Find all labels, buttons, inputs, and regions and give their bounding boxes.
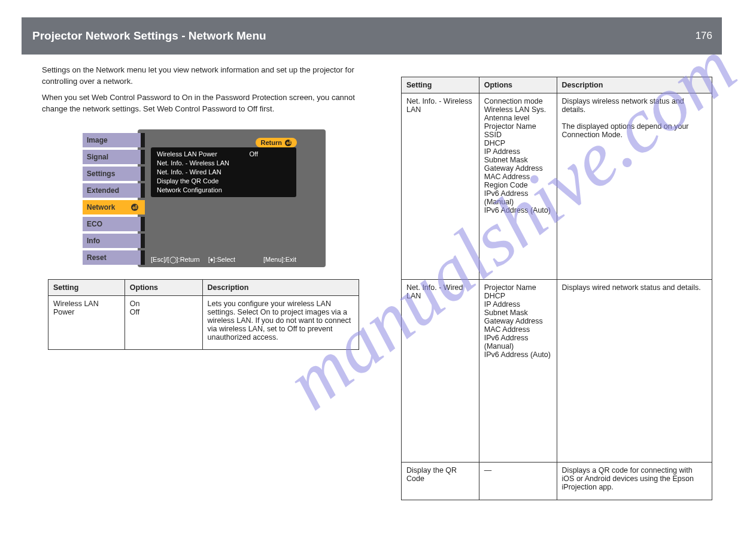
table-row: Display the QR Code — Displays a QR code…	[402, 463, 712, 500]
left-settings-table: Setting Options Description Wireless LAN…	[48, 279, 359, 350]
secondary-paragraph: When you set Web Control Password to On …	[42, 92, 380, 115]
option-netinfo-wired[interactable]: Net. Info. - Wired LAN	[157, 168, 290, 177]
option-network-config[interactable]: Network Configuration	[157, 186, 290, 195]
option-display-qr[interactable]: Display the QR Code	[157, 177, 290, 186]
tab-settings[interactable]: Settings	[83, 167, 145, 181]
cell-description: Lets you configure your wireless LAN set…	[202, 296, 359, 350]
right-column: Setting Options Description Net. Info. -…	[401, 60, 739, 500]
th-setting: Setting	[48, 280, 125, 296]
th-description: Description	[557, 77, 712, 93]
projector-options-list: Wireless LAN Power Off Net. Info. - Wire…	[151, 147, 296, 197]
projector-side-tabs: Image Signal Settings Extended Network ⏎…	[83, 133, 145, 267]
table-header-row: Setting Options Description	[402, 77, 712, 93]
tab-eco[interactable]: ECO	[83, 217, 145, 231]
option-netinfo-wireless[interactable]: Net. Info. - Wireless LAN	[157, 159, 290, 168]
cell-description: Displays a QR code for connecting with i…	[557, 463, 712, 500]
cell-setting: Wireless LAN Power	[48, 296, 125, 350]
right-settings-table: Setting Options Description Net. Info. -…	[401, 77, 712, 500]
th-setting: Setting	[402, 77, 479, 93]
page-title-bar: Projector Network Settings - Network Men…	[22, 17, 722, 55]
th-options: Options	[479, 77, 557, 93]
enter-icon: ⏎	[285, 140, 292, 146]
intro-paragraph: Settings on the Network menu let you vie…	[42, 65, 380, 87]
projector-menu-screenshot: Image Signal Settings Extended Network ⏎…	[83, 129, 326, 267]
page-title: Projector Network Settings - Network Men…	[32, 29, 266, 43]
th-options: Options	[125, 280, 202, 296]
tab-network[interactable]: Network ⏎	[83, 200, 145, 214]
return-button[interactable]: Return ⏎	[256, 138, 297, 147]
tab-reset[interactable]: Reset	[83, 250, 145, 265]
cell-setting: Display the QR Code	[402, 463, 479, 500]
cell-setting: Net. Info. - Wired LAN	[402, 280, 479, 463]
tab-signal[interactable]: Signal	[83, 150, 145, 164]
tab-info[interactable]: Info	[83, 234, 145, 248]
enter-icon: ⏎	[131, 204, 138, 211]
option-wireless-lan-power[interactable]: Wireless LAN Power Off	[157, 150, 290, 159]
table-header-row: Setting Options Description	[48, 280, 359, 296]
table-row: Net. Info. - Wireless LAN Connection mod…	[402, 93, 712, 280]
cell-options: Projector Name DHCP IP Address Subnet Ma…	[479, 280, 557, 463]
cell-options: Connection mode Wireless LAN Sys. Antenn…	[479, 93, 557, 280]
projector-footer-hints: [Esc]/[◯]:Return [♦]:Select [Menu]:Exit	[151, 256, 296, 264]
tab-image[interactable]: Image	[83, 133, 145, 147]
left-column: Settings on the Network menu let you vie…	[42, 60, 380, 350]
page-number: 176	[696, 30, 712, 42]
table-row: Net. Info. - Wired LAN Projector Name DH…	[402, 280, 712, 463]
return-button-label: Return	[261, 139, 282, 146]
tab-extended[interactable]: Extended	[83, 183, 145, 198]
table-row: Wireless LAN Power On Off Lets you confi…	[48, 296, 359, 350]
cell-options: On Off	[125, 296, 202, 350]
th-description: Description	[202, 280, 359, 296]
cell-description: Displays wireless network status and det…	[557, 93, 712, 280]
cell-description: Displays wired network status and detail…	[557, 280, 712, 463]
cell-setting: Net. Info. - Wireless LAN	[402, 93, 479, 280]
cell-options: —	[479, 463, 557, 500]
